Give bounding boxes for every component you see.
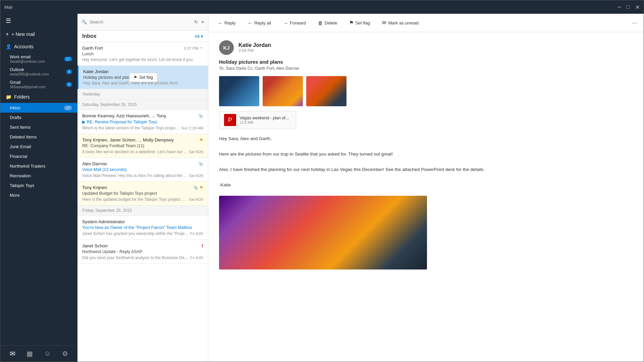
- mail-nav-icon[interactable]: ✉: [10, 350, 15, 358]
- email-large-image[interactable]: [219, 196, 427, 269]
- folder-inbox-badge: 17: [64, 106, 72, 110]
- hamburger-icon[interactable]: ☰: [6, 17, 11, 24]
- search-input[interactable]: [90, 19, 192, 24]
- list-item[interactable]: Janet Schorr ! Northwind Update - Reply …: [77, 240, 208, 264]
- attachment-icon: 📎: [198, 114, 203, 118]
- list-item[interactable]: Tony Krijnen 📎 ⚑ Updated Budget for Tail…: [77, 182, 208, 205]
- delete-button[interactable]: 🗑 Delete: [315, 19, 340, 27]
- email-time: Sun 2:20 AM: [181, 126, 203, 130]
- set-flag-button[interactable]: ⚑ Set flag: [346, 18, 373, 27]
- mark-unread-button[interactable]: ✉ Mark as unread: [379, 18, 421, 27]
- reply-button[interactable]: ← Reply: [215, 19, 238, 27]
- email-preview: Which is the latest version of the Tails…: [82, 126, 181, 130]
- avatar-initials: KJ: [223, 45, 229, 51]
- filter-icon[interactable]: ≡: [201, 19, 204, 24]
- list-item[interactable]: Katie Jordan Holiday pictures and plans …: [77, 66, 208, 89]
- list-item[interactable]: Tony Krijnen, Janer Schorr, ... Molly De…: [77, 134, 208, 158]
- attachment-name: Vegas weekend - plan of...: [239, 116, 289, 120]
- search-icon: 🔍: [82, 19, 87, 24]
- forward-button[interactable]: → Forward: [280, 19, 309, 27]
- email-preview: Hey everyone, Let's get together for lun…: [82, 57, 196, 62]
- folder-icon: 📁: [6, 94, 11, 100]
- sidebar-item-more[interactable]: More: [0, 190, 77, 200]
- list-item[interactable]: Alex Darrow 📎 Voice Mail (13 seconds) Vo…: [77, 158, 208, 182]
- account-gmail[interactable]: Gmail 365sarad@gmail.com 5: [0, 78, 77, 91]
- attachment-size: 12.6 MB: [239, 120, 289, 124]
- folder-deleted-label: Deleted Items: [10, 134, 37, 139]
- image-thumbnail-1[interactable]: [219, 76, 259, 106]
- email-to-line: To: Sara Davis Cc: Garth Fort; Alex Darr…: [219, 66, 633, 71]
- sidebar-item-drafts[interactable]: Drafts: [0, 113, 77, 122]
- mark-unread-label: Mark as unread: [388, 20, 418, 25]
- email-time: Fri 9/25: [190, 232, 203, 236]
- sidebar-item-inbox[interactable]: Inbox 17: [0, 103, 77, 113]
- sidebar: ☰ + + New mail 👤 Accounts Work email Sar…: [0, 14, 77, 362]
- reply-all-button[interactable]: ← Reply all: [245, 19, 274, 27]
- email-preview: Voice Mail Preview: Hey this is Alex I'm…: [82, 173, 189, 178]
- folders-label: Folders: [14, 94, 30, 100]
- image-thumbnail-3[interactable]: [306, 76, 346, 106]
- sidebar-item-financial[interactable]: Financial: [0, 152, 77, 161]
- sidebar-item-recreation[interactable]: Recreation: [0, 171, 77, 181]
- forward-icon: →: [283, 20, 288, 26]
- date-separator: Yesterday: [77, 89, 208, 100]
- attachment-item[interactable]: P Vegas weekend - plan of... 12.6 MB: [219, 111, 296, 129]
- account-outlook[interactable]: Outlook sarad365@outlook.com 4: [0, 65, 77, 78]
- calendar-nav-icon[interactable]: ▦: [26, 350, 33, 358]
- list-item[interactable]: Garth Fort 3:37 PM ⚑ Lunch Hey everyone,…: [77, 42, 208, 66]
- sidebar-item-sent[interactable]: Sent Items: [0, 122, 77, 132]
- date-separator: Saturday, September 26, 2015: [77, 100, 208, 110]
- sidebar-item-northwind[interactable]: Northwind Traders: [0, 161, 77, 171]
- email-body: Hey Sara, Alex and Garth, Here are the p…: [219, 135, 633, 189]
- email-from-name: Katie Jordan: [238, 42, 271, 48]
- email-preview: Hey Sara, Alex and Garth, Here are the p…: [83, 81, 197, 85]
- email-sender: Janet Schorr: [82, 243, 108, 248]
- maximize-button[interactable]: □: [627, 4, 630, 10]
- mark-unread-icon: ✉: [382, 20, 386, 26]
- more-options-button[interactable]: ···: [632, 19, 637, 26]
- email-sender: Tony Krijnen: [82, 185, 107, 190]
- email-sender: System Administrator: [82, 219, 125, 224]
- email-subject: You're Now an Owner of the "Project Falc…: [82, 225, 203, 230]
- to-label: To:: [219, 66, 226, 71]
- app-window: Mail ─ □ ✕ ☰ + + New mail 👤 Accounts Wo: [0, 0, 644, 362]
- folder-junk-label: Junk Email: [10, 144, 31, 149]
- folder-financial-label: Financial: [10, 154, 27, 159]
- email-toolbar: ← Reply ← Reply all → Forward 🗑 Delete ⚑: [208, 14, 644, 32]
- folders-header[interactable]: 📁 Folders: [0, 91, 77, 103]
- list-item[interactable]: Bonnie Kearney, Aziz Hassouneh, ... Tony…: [77, 110, 208, 134]
- accounts-button[interactable]: 👤 Accounts: [0, 41, 77, 53]
- sidebar-item-deleted[interactable]: Deleted Items: [0, 132, 77, 142]
- email-sender: Tony Krijnen, Janer Schorr, ... Molly De…: [82, 137, 174, 142]
- sidebar-item-junk[interactable]: Junk Email: [0, 142, 77, 152]
- reply-all-icon: ←: [248, 20, 253, 26]
- set-flag-label: Set flag: [355, 20, 370, 25]
- delete-icon: 🗑: [318, 20, 323, 26]
- sidebar-item-tailspin[interactable]: Tailspin Toys: [0, 181, 77, 190]
- account-outlook-email: sarad365@outlook.com: [10, 72, 49, 76]
- close-button[interactable]: ✕: [635, 4, 640, 10]
- email-meta: Katie Jordan 3:04 PM: [238, 42, 271, 53]
- email-time: 3:37 PM: [184, 46, 198, 50]
- new-mail-label: + New mail: [11, 32, 35, 37]
- folder-sent-label: Sent Items: [10, 125, 31, 130]
- account-work-email[interactable]: Work email SaraD@contoso.com 17: [0, 53, 77, 65]
- delete-label: Delete: [325, 20, 337, 25]
- email-preview: It looks like we've decided on a date/ti…: [82, 149, 189, 154]
- cc-label: Cc:: [248, 66, 255, 71]
- new-mail-button[interactable]: + + New mail: [0, 28, 77, 41]
- refresh-icon[interactable]: ↻: [194, 19, 198, 24]
- important-icon: !: [202, 243, 203, 248]
- email-preview: Did you send your Northwind analysis to …: [82, 255, 190, 260]
- list-item[interactable]: System Administrator You're Now an Owner…: [77, 216, 208, 240]
- people-nav-icon[interactable]: ☺: [44, 350, 51, 358]
- email-preview: Janet Schorr has granted you ownership w…: [82, 231, 190, 236]
- settings-nav-icon[interactable]: ⚙: [62, 350, 68, 358]
- body-line-1: Hey Sara, Alex and Garth,: [219, 135, 633, 143]
- image-thumbnail-2[interactable]: [263, 76, 303, 106]
- powerpoint-icon: P: [224, 114, 236, 126]
- reply-all-label: Reply all: [254, 20, 271, 25]
- folder-drafts-label: Drafts: [10, 115, 21, 120]
- minimize-button[interactable]: ─: [618, 4, 621, 10]
- filter-button[interactable]: All ▾: [195, 34, 203, 39]
